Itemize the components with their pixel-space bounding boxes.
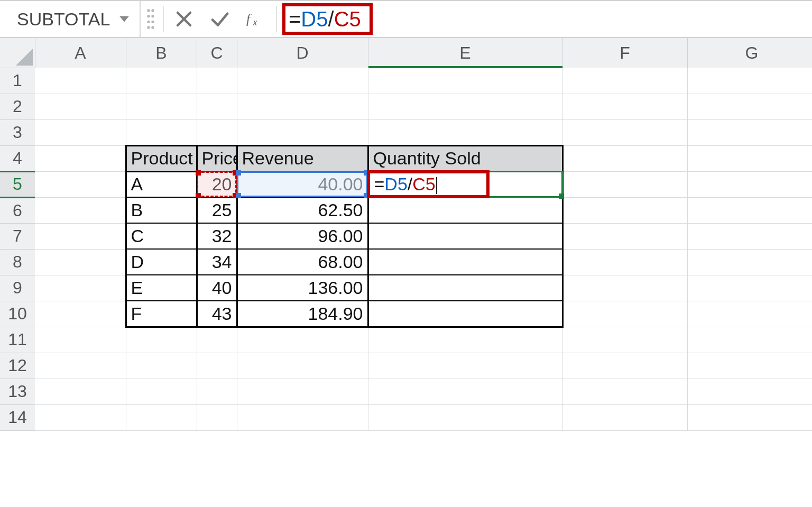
row-header[interactable]: 14	[0, 404, 35, 430]
cell[interactable]	[368, 275, 562, 301]
table-header-product[interactable]: Product	[126, 145, 197, 171]
cell[interactable]	[562, 197, 687, 223]
col-header-G[interactable]: G	[687, 38, 812, 68]
cell[interactable]	[687, 197, 812, 223]
cell[interactable]	[35, 223, 126, 249]
cell[interactable]	[368, 94, 562, 119]
cell[interactable]	[368, 404, 562, 430]
cell[interactable]: 25	[197, 197, 237, 223]
cell[interactable]	[562, 171, 687, 197]
row-header[interactable]: 12	[0, 353, 35, 379]
cell[interactable]	[368, 223, 562, 249]
cell[interactable]: F	[126, 301, 197, 327]
row-header[interactable]: 10	[0, 301, 35, 327]
row-header[interactable]: 9	[0, 275, 35, 301]
col-header-B[interactable]: B	[126, 38, 197, 68]
enter-button[interactable]	[202, 1, 238, 37]
row-header[interactable]: 1	[0, 68, 35, 94]
formula-input[interactable]: =D5/C5	[279, 1, 812, 37]
cell[interactable]	[35, 275, 126, 301]
table-header-revenue[interactable]: Revenue	[237, 145, 368, 171]
select-all-button[interactable]	[0, 38, 35, 68]
cell[interactable]	[368, 301, 562, 327]
cell[interactable]: 96.00	[237, 223, 368, 249]
row-header[interactable]: 6	[0, 197, 35, 223]
row-header[interactable]: 2	[0, 94, 35, 119]
cell[interactable]	[197, 119, 237, 145]
col-header-A[interactable]: A	[35, 38, 126, 68]
cell[interactable]	[368, 353, 562, 379]
cell[interactable]: C	[126, 223, 197, 249]
cell[interactable]	[368, 119, 562, 145]
cell[interactable]	[237, 94, 368, 119]
cell[interactable]	[126, 68, 197, 94]
row-header[interactable]: 13	[0, 379, 35, 404]
cell[interactable]	[687, 353, 812, 379]
cell[interactable]	[197, 353, 237, 379]
cell[interactable]	[35, 119, 126, 145]
cell[interactable]: E	[126, 275, 197, 301]
cell[interactable]	[35, 301, 126, 327]
cell[interactable]	[237, 68, 368, 94]
cell[interactable]	[35, 327, 126, 353]
cell[interactable]: D	[126, 249, 197, 275]
cell[interactable]	[687, 68, 812, 94]
cell[interactable]	[237, 119, 368, 145]
cell[interactable]	[237, 353, 368, 379]
spreadsheet-grid[interactable]: A B C D E F G 1 2 3 4 Product Price Reve…	[0, 38, 812, 431]
cell[interactable]	[562, 404, 687, 430]
cell[interactable]	[126, 94, 197, 119]
cell[interactable]	[35, 197, 126, 223]
row-header[interactable]: 3	[0, 119, 35, 145]
cell[interactable]	[562, 68, 687, 94]
cell[interactable]: 40	[197, 275, 237, 301]
chevron-down-icon[interactable]	[119, 16, 129, 22]
cell[interactable]	[197, 68, 237, 94]
cell[interactable]	[368, 68, 562, 94]
cell[interactable]	[197, 379, 237, 404]
cell[interactable]	[237, 327, 368, 353]
cell[interactable]	[237, 379, 368, 404]
cell[interactable]	[562, 353, 687, 379]
col-header-D[interactable]: D	[237, 38, 368, 68]
cell[interactable]	[562, 275, 687, 301]
cell[interactable]: A	[126, 171, 197, 197]
cell[interactable]	[197, 327, 237, 353]
cell[interactable]	[687, 327, 812, 353]
table-header-price[interactable]: Price	[197, 145, 237, 171]
cell[interactable]: 40.00	[237, 171, 368, 197]
cell[interactable]	[562, 327, 687, 353]
row-header[interactable]: 4	[0, 145, 35, 171]
col-header-C[interactable]: C	[197, 38, 237, 68]
cell-E5[interactable]: =D5/C5	[368, 171, 562, 197]
cell[interactable]	[126, 379, 197, 404]
cell[interactable]	[687, 301, 812, 327]
cell[interactable]	[368, 327, 562, 353]
row-header[interactable]: 5	[0, 171, 35, 197]
cell[interactable]	[562, 145, 687, 171]
cell[interactable]	[126, 353, 197, 379]
cell[interactable]	[368, 197, 562, 223]
cancel-button[interactable]	[166, 1, 202, 37]
cell[interactable]	[35, 404, 126, 430]
cell[interactable]	[687, 171, 812, 197]
cell[interactable]	[562, 119, 687, 145]
cell[interactable]	[126, 327, 197, 353]
cell[interactable]: 184.90	[237, 301, 368, 327]
cell[interactable]: 34	[197, 249, 237, 275]
cell[interactable]	[35, 379, 126, 404]
col-header-E[interactable]: E	[368, 38, 562, 68]
cell[interactable]	[126, 404, 197, 430]
cell[interactable]: 32	[197, 223, 237, 249]
cell[interactable]	[35, 68, 126, 94]
insert-function-button[interactable]: f x	[238, 1, 274, 37]
cell[interactable]	[562, 94, 687, 119]
cell[interactable]	[687, 223, 812, 249]
row-header[interactable]: 11	[0, 327, 35, 353]
cell[interactable]	[35, 94, 126, 119]
cell[interactable]	[687, 379, 812, 404]
cell[interactable]	[687, 119, 812, 145]
cell[interactable]: 68.00	[237, 249, 368, 275]
cell[interactable]	[368, 379, 562, 404]
table-header-quantity[interactable]: Quantity Sold	[368, 145, 562, 171]
